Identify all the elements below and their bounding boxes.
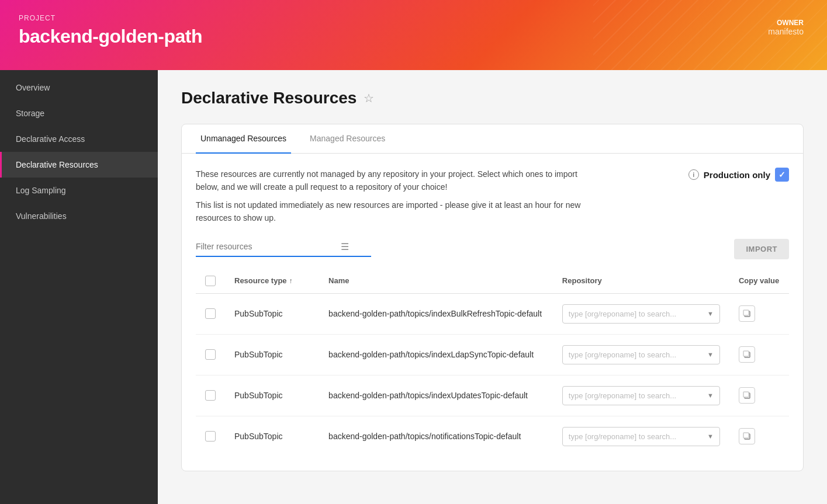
copy-icon[interactable] [739,305,755,322]
row-repo: type [org/reponame] to search... ▼ [553,375,729,416]
sidebar-item-label: Vulnerabilities [16,211,67,221]
repo-dropdown[interactable]: type [org/reponame] to search... ▼ [562,345,720,364]
page-title-row: Declarative Resources ☆ [181,89,804,107]
owner-value: manifesto [768,27,804,36]
row-resource-type: PubSubTopic [225,334,319,375]
description-text: These resources are currently not manage… [196,168,593,225]
sidebar-item-declarative-resources[interactable]: Declarative Resources [0,152,158,178]
sidebar-item-label: Overview [16,83,50,92]
row-checkbox[interactable] [205,308,216,319]
dropdown-arrow-icon: ▼ [707,392,714,399]
dropdown-arrow-icon: ▼ [707,433,714,440]
production-only-label: Production only [704,170,770,180]
table-row: PubSubTopic backend-golden-path/topics/i… [196,334,789,375]
description-line1: These resources are currently not manage… [196,168,593,194]
sidebar-item-label: Declarative Resources [16,160,98,169]
repo-dropdown[interactable]: type [org/reponame] to search... ▼ [562,386,720,405]
production-only-checkbox[interactable] [775,168,789,182]
filter-row: ☰ IMPORT [196,239,789,259]
row-copy [729,334,789,375]
sidebar-item-storage[interactable]: Storage [0,100,158,126]
sidebar-item-log-sampling[interactable]: Log Sampling [0,178,158,203]
layout: Overview Storage Declarative Access Decl… [0,70,827,504]
sidebar-item-overview[interactable]: Overview [0,75,158,100]
sidebar-item-vulnerabilities[interactable]: Vulnerabilities [0,203,158,229]
row-copy [729,416,789,457]
copy-icon[interactable] [739,428,755,444]
svg-rect-7 [743,433,749,438]
svg-rect-3 [743,351,749,356]
copy-icon[interactable] [739,346,755,363]
desc-row: These resources are currently not manage… [196,168,789,225]
row-checkbox-cell [196,334,225,375]
page-title: Declarative Resources [181,89,357,107]
tab-bar: Unmanaged Resources Managed Resources [182,124,803,154]
row-repo: type [org/reponame] to search... ▼ [553,334,729,375]
table-row: PubSubTopic backend-golden-path/topics/i… [196,375,789,416]
row-checkbox-cell [196,416,225,457]
import-button[interactable]: IMPORT [734,239,789,259]
svg-rect-5 [743,392,749,397]
th-copy-value: Copy value [729,269,789,294]
row-name: backend-golden-path/topics/indexBulkRefr… [319,293,553,334]
select-all-checkbox[interactable] [205,276,216,286]
production-only-control: i Production only [688,168,789,182]
tab-managed[interactable]: Managed Resources [305,124,390,154]
row-checkbox-cell [196,375,225,416]
row-name: backend-golden-path/topics/indexLdapSync… [319,334,553,375]
th-name: Name [319,269,553,294]
copy-icon[interactable] [739,387,755,404]
sidebar-item-declarative-access[interactable]: Declarative Access [0,126,158,152]
project-title: backend-golden-path [19,26,808,47]
row-resource-type: PubSubTopic [225,375,319,416]
description-line2: This list is not updated immediately as … [196,199,593,225]
resources-table: Resource type ↑ Name Repository Copy val… [196,269,789,457]
svg-rect-1 [743,310,749,315]
row-name: backend-golden-path/topics/notifications… [319,416,553,457]
row-resource-type: PubSubTopic [225,293,319,334]
sidebar-item-label: Log Sampling [16,186,66,195]
main-content: Declarative Resources ☆ Unmanaged Resour… [158,70,827,504]
row-repo: type [org/reponame] to search... ▼ [553,416,729,457]
dropdown-arrow-icon: ▼ [707,310,714,317]
owner-section: Owner manifesto [768,19,804,36]
sidebar: Overview Storage Declarative Access Decl… [0,70,158,504]
row-resource-type: PubSubTopic [225,416,319,457]
th-resource-type: Resource type ↑ [225,269,319,294]
repo-dropdown[interactable]: type [org/reponame] to search... ▼ [562,304,720,324]
row-checkbox[interactable] [205,349,216,360]
row-repo: type [org/reponame] to search... ▼ [553,293,729,334]
th-repository: Repository [553,269,729,294]
project-label: PROJECT [19,14,808,22]
repo-dropdown[interactable]: type [org/reponame] to search... ▼ [562,427,720,446]
dropdown-arrow-icon: ▼ [707,351,714,358]
row-copy [729,293,789,334]
sidebar-item-label: Declarative Access [16,134,85,144]
row-checkbox[interactable] [205,390,216,401]
row-copy [729,375,789,416]
sort-icon[interactable]: ↑ [289,277,293,285]
info-icon[interactable]: i [688,169,699,180]
filter-input[interactable] [196,242,336,251]
filter-input-wrap: ☰ [196,241,371,257]
row-checkbox[interactable] [205,431,216,442]
content-area: These resources are currently not manage… [182,154,803,471]
owner-label: Owner [768,19,804,27]
table-row: PubSubTopic backend-golden-path/topics/i… [196,293,789,334]
table-row: PubSubTopic backend-golden-path/topics/n… [196,416,789,457]
row-checkbox-cell [196,293,225,334]
th-select-all [196,269,225,294]
header: PROJECT backend-golden-path Owner manife… [0,0,827,70]
row-name: backend-golden-path/topics/indexUpdatesT… [319,375,553,416]
tab-unmanaged[interactable]: Unmanaged Resources [196,124,291,154]
star-icon[interactable]: ☆ [364,91,374,105]
main-card: Unmanaged Resources Managed Resources Th… [181,124,804,471]
sidebar-item-label: Storage [16,109,44,118]
filter-icon: ☰ [341,241,349,252]
